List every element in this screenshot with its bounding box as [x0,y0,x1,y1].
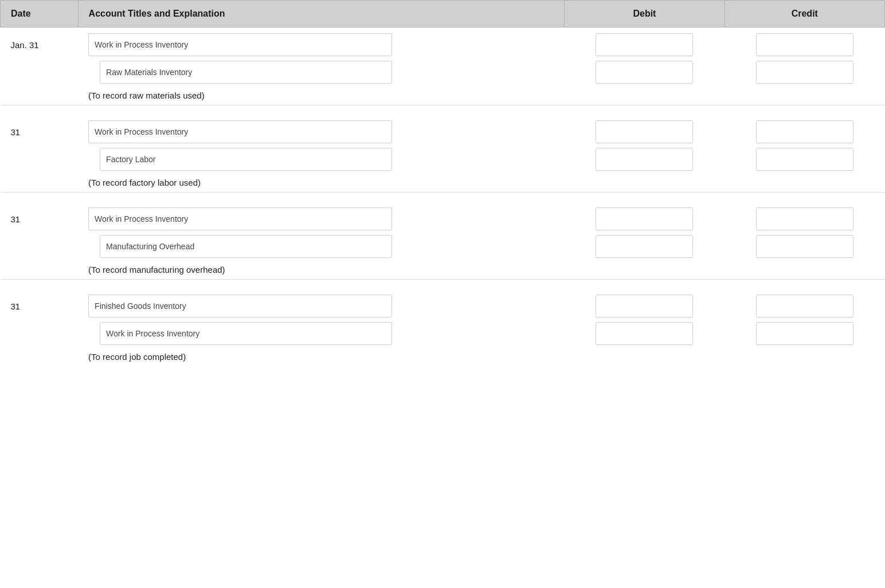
journal-table: Date Account Titles and Explanation Debi… [0,0,885,366]
note-row: (To record job completed) [1,347,885,366]
credit-input[interactable] [756,235,853,258]
date-cell: 31 [1,202,79,233]
credit-input[interactable] [756,33,853,56]
credit-input[interactable] [756,148,853,171]
debit-header: Debit [565,1,725,28]
date-cell: Jan. 31 [1,28,79,59]
note-text: (To record job completed) [78,347,884,366]
credit-input[interactable] [756,295,853,317]
account-title-cell [78,146,565,173]
credit-header: Credit [725,1,884,28]
debit-input[interactable] [596,61,693,84]
debit-input[interactable] [596,120,693,143]
debit-cell [565,58,725,86]
credit-cell [725,58,884,86]
account-input[interactable] [100,148,392,171]
debit-cell [565,289,725,320]
note-row: (To record raw materials used) [1,86,885,105]
account-input[interactable] [88,33,392,56]
table-row: 31 [1,115,885,146]
account-title-cell [78,202,565,233]
date-cell: 31 [1,289,79,320]
table-row: 31 [1,289,885,320]
table-header: Date Account Titles and Explanation Debi… [1,1,885,28]
date-cell [1,146,79,173]
debit-input[interactable] [596,322,693,345]
note-date-spacer [1,86,79,105]
debit-input[interactable] [596,207,693,230]
credit-input[interactable] [756,61,853,84]
debit-cell [565,146,725,173]
account-input[interactable] [88,207,392,230]
credit-cell [725,115,884,146]
table-row [1,320,885,347]
debit-cell [565,115,725,146]
table-row [1,58,885,86]
note-date-spacer [1,173,79,193]
account-title-cell [78,320,565,347]
date-cell [1,233,79,260]
debit-cell [565,233,725,260]
credit-input[interactable] [756,207,853,230]
note-row: (To record manufacturing overhead) [1,260,885,280]
account-title-cell [78,233,565,260]
note-text: (To record factory labor used) [78,173,884,193]
credit-input[interactable] [756,120,853,143]
account-input[interactable] [100,61,392,84]
note-date-spacer [1,260,79,280]
account-input[interactable] [88,295,392,317]
date-cell: 31 [1,115,79,146]
note-text: (To record manufacturing overhead) [78,260,884,280]
credit-input[interactable] [756,322,853,345]
date-header: Date [1,1,79,28]
debit-input[interactable] [596,148,693,171]
debit-cell [565,28,725,59]
credit-cell [725,233,884,260]
account-header: Account Titles and Explanation [78,1,565,28]
debit-input[interactable] [596,295,693,317]
debit-cell [565,202,725,233]
account-title-cell [78,28,565,59]
account-input[interactable] [100,235,392,258]
credit-cell [725,289,884,320]
note-row: (To record factory labor used) [1,173,885,193]
table-row: 31 [1,202,885,233]
date-cell [1,58,79,86]
credit-cell [725,28,884,59]
account-input[interactable] [100,322,392,345]
note-date-spacer [1,347,79,366]
table-row [1,233,885,260]
account-title-cell [78,58,565,86]
date-cell [1,320,79,347]
credit-cell [725,146,884,173]
debit-input[interactable] [596,235,693,258]
account-title-cell [78,289,565,320]
debit-cell [565,320,725,347]
note-text: (To record raw materials used) [78,86,884,105]
credit-cell [725,320,884,347]
credit-cell [725,202,884,233]
table-row: Jan. 31 [1,28,885,59]
debit-input[interactable] [596,33,693,56]
account-title-cell [78,115,565,146]
account-input[interactable] [88,120,392,143]
table-row [1,146,885,173]
